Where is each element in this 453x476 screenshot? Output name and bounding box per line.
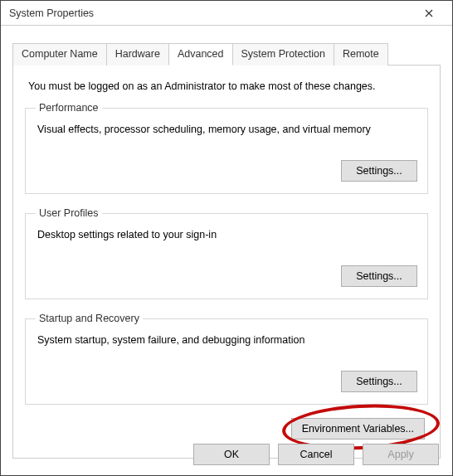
group-startup-recovery: Startup and Recovery System startup, sys… <box>25 313 428 405</box>
legend-performance: Performance <box>36 102 102 114</box>
cancel-button[interactable]: Cancel <box>278 444 354 465</box>
content-area: Computer Name Hardware Advanced System P… <box>1 26 452 467</box>
group-user-profiles: User Profiles Desktop settings related t… <box>25 207 428 299</box>
performance-desc: Visual effects, processor scheduling, me… <box>37 124 417 135</box>
system-properties-window: System Properties Computer Name Hardware… <box>0 0 453 476</box>
apply-button[interactable]: Apply <box>363 444 439 465</box>
dialog-footer: OK Cancel Apply <box>193 444 439 465</box>
legend-startup-recovery: Startup and Recovery <box>36 313 143 324</box>
startup-recovery-settings-button[interactable]: Settings... <box>341 371 417 392</box>
ok-button[interactable]: OK <box>193 444 270 465</box>
tab-remote[interactable]: Remote <box>334 43 388 66</box>
user-profiles-settings-button[interactable]: Settings... <box>341 265 417 287</box>
performance-settings-button[interactable]: Settings... <box>341 160 417 182</box>
tab-advanced[interactable]: Advanced <box>168 43 233 66</box>
titlebar: System Properties <box>1 1 452 26</box>
admin-notice: You must be logged on as an Administrato… <box>28 80 425 92</box>
tab-computer-name[interactable]: Computer Name <box>12 43 107 66</box>
close-button[interactable] <box>412 2 446 25</box>
tab-body-advanced: You must be logged on as an Administrato… <box>12 66 441 459</box>
tab-system-protection[interactable]: System Protection <box>232 43 334 66</box>
window-title: System Properties <box>9 7 94 19</box>
environment-variables-row: Environment Variables... <box>25 418 425 440</box>
environment-variables-button[interactable]: Environment Variables... <box>291 418 425 440</box>
legend-user-profiles: User Profiles <box>36 207 102 219</box>
startup-recovery-desc: System startup, system failure, and debu… <box>37 334 417 346</box>
group-performance: Performance Visual effects, processor sc… <box>25 102 428 194</box>
close-icon <box>425 9 433 17</box>
user-profiles-desc: Desktop settings related to your sign-in <box>37 229 417 240</box>
tab-strip: Computer Name Hardware Advanced System P… <box>12 42 441 66</box>
tab-hardware[interactable]: Hardware <box>106 43 169 66</box>
